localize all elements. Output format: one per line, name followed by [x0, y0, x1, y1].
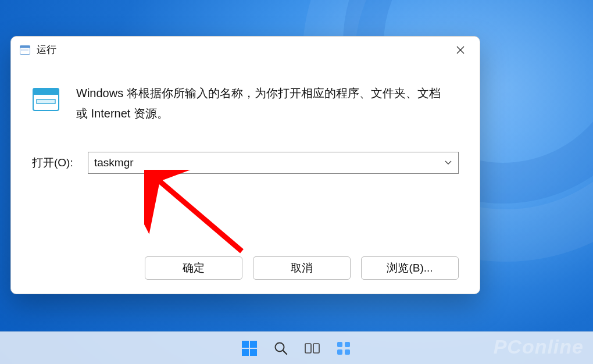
svg-rect-18 — [313, 344, 319, 353]
close-icon — [456, 46, 465, 54]
svg-rect-2 — [22, 49, 28, 51]
open-combobox[interactable] — [88, 152, 459, 174]
dialog-buttons: 确定 取消 浏览(B)... — [11, 246, 480, 294]
run-dialog: 运行 Windows 将根据你所输入的名称，为你打开相应的程序、文件夹、文档或 … — [10, 36, 480, 294]
svg-rect-22 — [345, 349, 350, 355]
dialog-description: Windows 将根据你所输入的名称，为你打开相应的程序、文件夹、文档或 Int… — [76, 83, 448, 124]
svg-rect-14 — [250, 349, 257, 356]
dialog-title: 运行 — [37, 43, 56, 56]
ok-button[interactable]: 确定 — [145, 256, 242, 280]
start-button[interactable] — [237, 336, 262, 361]
svg-rect-11 — [242, 341, 249, 348]
search-button[interactable] — [268, 336, 294, 361]
svg-rect-13 — [242, 349, 249, 356]
task-view-button[interactable] — [299, 336, 325, 361]
titlebar: 运行 — [11, 37, 480, 63]
widgets-button[interactable] — [331, 336, 356, 361]
svg-rect-17 — [305, 344, 311, 353]
dialog-body: Windows 将根据你所输入的名称，为你打开相应的程序、文件夹、文档或 Int… — [11, 63, 480, 246]
run-icon — [19, 45, 31, 55]
cancel-button[interactable]: 取消 — [253, 256, 351, 280]
svg-rect-19 — [337, 342, 342, 347]
svg-line-16 — [283, 351, 287, 354]
svg-rect-12 — [250, 341, 257, 348]
taskbar — [0, 331, 593, 364]
svg-rect-7 — [33, 93, 59, 95]
widgets-icon — [336, 341, 351, 356]
open-input[interactable] — [94, 156, 452, 169]
svg-rect-20 — [345, 342, 350, 347]
close-button[interactable] — [446, 40, 475, 60]
search-icon — [273, 341, 288, 356]
task-view-icon — [305, 342, 320, 355]
run-icon-large — [32, 85, 60, 113]
browse-button[interactable]: 浏览(B)... — [361, 256, 459, 280]
svg-rect-1 — [20, 45, 30, 48]
open-label: 打开(O): — [32, 155, 83, 170]
svg-rect-21 — [337, 349, 342, 355]
start-icon — [241, 340, 258, 356]
svg-rect-8 — [37, 99, 55, 104]
